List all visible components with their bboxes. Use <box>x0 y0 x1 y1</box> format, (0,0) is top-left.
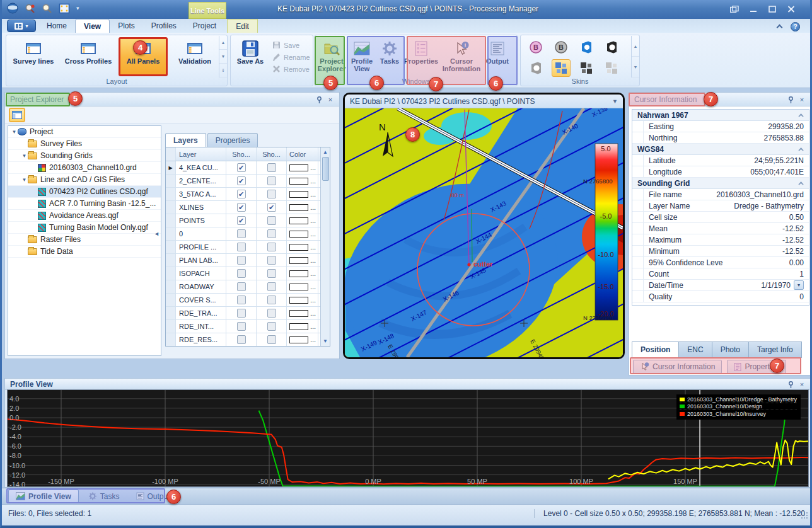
profile-chart[interactable]: 4.02.00.0-2.0-4.0-6.0-8.0-10.0-12.0-14.0… <box>7 389 809 487</box>
checkbox[interactable] <box>267 322 276 331</box>
row-selector[interactable] <box>166 241 176 253</box>
close-icon[interactable]: × <box>797 380 807 389</box>
bottom-tab-tasks[interactable]: Tasks <box>81 490 127 503</box>
color-cell[interactable]: ... <box>287 214 318 227</box>
bottom-tab-profile-view[interactable]: Profile View <box>8 490 79 503</box>
layer-name-cell[interactable]: ROADWAY <box>176 280 226 293</box>
validation-button[interactable]: Validation <box>170 37 219 76</box>
layer-name-cell[interactable]: RDE_RES... <box>176 333 226 346</box>
tree-item[interactable]: Raster Files <box>8 234 161 246</box>
ellipsis-button[interactable]: ... <box>310 190 316 198</box>
layer-name-cell[interactable]: PLAN LAB... <box>176 254 226 267</box>
checkbox[interactable] <box>267 243 276 251</box>
ellipsis-button[interactable]: ... <box>310 256 316 264</box>
close-button[interactable] <box>784 4 799 14</box>
row-selector[interactable] <box>166 201 176 214</box>
save-as-button[interactable]: Save As <box>233 37 267 76</box>
color-swatch[interactable] <box>289 270 308 277</box>
property-row[interactable]: Maximum-12.52 <box>632 234 809 246</box>
ellipsis-button[interactable]: ... <box>310 309 316 317</box>
expand-icon[interactable]: ▾ <box>21 176 28 183</box>
color-swatch[interactable] <box>289 204 308 211</box>
ellipsis-button[interactable]: ... <box>310 270 316 277</box>
ellipsis-button[interactable]: ... <box>310 243 316 251</box>
expand-icon[interactable]: ▾ <box>21 152 28 159</box>
checkbox[interactable]: ✔ <box>267 203 276 212</box>
panels-button[interactable] <box>727 4 742 14</box>
skin-office-blue[interactable] <box>577 38 596 56</box>
checkbox[interactable] <box>267 309 276 318</box>
row-selector[interactable] <box>166 320 176 333</box>
color-cell[interactable]: ... <box>287 241 318 253</box>
tree-item[interactable]: ACR 7.0 Turning Basin -12.5_... <box>8 198 161 210</box>
color-cell[interactable]: ... <box>287 333 318 346</box>
checkbox[interactable] <box>267 163 276 172</box>
ellipsis-button[interactable]: ... <box>310 283 316 290</box>
color-swatch[interactable] <box>289 231 308 238</box>
checkbox[interactable] <box>267 282 276 291</box>
layer-name-cell[interactable]: RDE_TRA... <box>176 307 226 319</box>
checkbox[interactable]: ✔ <box>237 163 246 172</box>
checkbox[interactable]: ✔ <box>237 176 246 185</box>
tab-view[interactable]: View <box>75 19 110 33</box>
layout-group-scroll[interactable]: ▲▼⇓ <box>219 36 227 77</box>
tab-position[interactable]: Position <box>632 341 679 358</box>
layer-name-cell[interactable]: RDE_INT... <box>176 320 226 333</box>
skin-pink-b[interactable]: B <box>526 38 545 56</box>
table-row[interactable]: PLAN LAB...... <box>166 254 330 267</box>
checkbox[interactable] <box>237 296 246 304</box>
property-row[interactable]: File name20160303_Channel10.grd <box>632 189 809 200</box>
layer-name-cell[interactable]: 2_CENTE... <box>176 175 226 187</box>
column-header[interactable]: Layer <box>176 147 226 161</box>
table-row[interactable]: 0... <box>166 227 330 241</box>
color-swatch[interactable] <box>289 310 308 317</box>
checkbox[interactable] <box>237 335 246 344</box>
skin-dark-b[interactable]: B <box>552 38 571 56</box>
skin-squares-light[interactable] <box>602 59 621 77</box>
tree-item[interactable]: Avoidance Areas.qgf <box>8 210 161 222</box>
checkbox[interactable] <box>237 282 246 291</box>
table-row[interactable]: 2_CENTE...✔... <box>166 175 330 188</box>
checkbox[interactable] <box>237 256 246 265</box>
column-header[interactable]: Sho... <box>226 147 257 161</box>
tree-item[interactable]: 070423 PI2 Cutlines CSD.qgf <box>8 186 161 198</box>
column-header[interactable]: Color <box>287 147 318 161</box>
section-header[interactable]: Nahrwan 1967 <box>632 110 809 121</box>
resize-grip[interactable] <box>801 512 808 519</box>
layers-table-scrollbar[interactable]: ▲ ▼ <box>320 147 330 346</box>
checkbox[interactable] <box>237 243 246 251</box>
color-swatch[interactable] <box>289 178 308 185</box>
table-row[interactable]: 3_5TAC A...✔... <box>166 188 330 201</box>
expand-icon[interactable]: ▾ <box>11 129 18 135</box>
tab-project[interactable]: Project <box>185 19 224 33</box>
project-explorer-button[interactable]: Project Explorer <box>316 37 347 76</box>
property-row[interactable]: Minimum-12.52 <box>632 246 809 257</box>
color-cell[interactable]: ... <box>287 280 318 293</box>
tasks-button[interactable]: Tasks <box>377 37 402 76</box>
tree-item[interactable]: ▾Project <box>8 126 161 138</box>
properties-button[interactable]: Properties <box>402 37 440 76</box>
table-row[interactable]: ▶4_KEA CU...✔... <box>166 161 330 175</box>
pin-icon[interactable] <box>786 380 796 389</box>
property-row[interactable]: 95% Confidence Leve0.00 <box>632 257 809 268</box>
row-selector[interactable]: ▶ <box>166 161 176 174</box>
row-selector[interactable] <box>166 267 176 280</box>
collapse-chevron-icon[interactable] <box>798 113 803 118</box>
map-view-title-bar[interactable]: KE Dubai PI2 \ 070423 PI2 Cutlines CSD.q… <box>345 95 623 108</box>
table-row[interactable]: POINTS✔... <box>166 214 330 227</box>
ellipsis-button[interactable]: ... <box>310 230 316 238</box>
skin-office-black[interactable] <box>602 38 621 56</box>
color-swatch[interactable] <box>289 191 308 198</box>
property-row[interactable]: Layer NameDredge - Bathymetry <box>632 200 809 212</box>
row-selector[interactable] <box>166 333 176 346</box>
color-cell[interactable]: ... <box>287 254 318 267</box>
minimize-button[interactable] <box>746 4 761 14</box>
checkbox[interactable] <box>237 229 246 238</box>
survey-lines-button[interactable]: Survey lines <box>9 37 58 76</box>
color-swatch[interactable] <box>289 297 308 304</box>
property-row[interactable]: Cell size0.50 <box>632 212 809 223</box>
checkbox[interactable] <box>267 335 276 344</box>
color-cell[interactable]: ... <box>287 267 318 280</box>
column-header[interactable]: Sho... <box>257 147 287 161</box>
table-row[interactable]: ROADWAY... <box>166 280 330 294</box>
